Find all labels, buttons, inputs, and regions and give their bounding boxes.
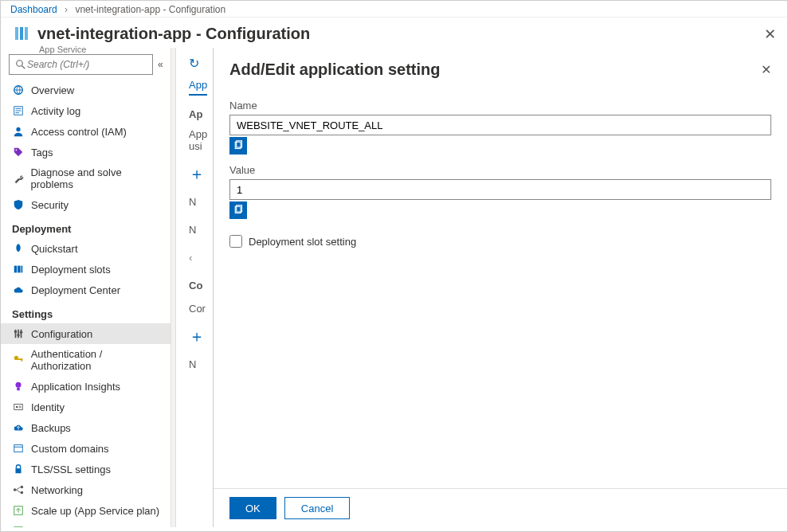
wrench-icon — [12, 172, 24, 185]
insights-icon — [12, 380, 25, 393]
sidebar-item-access-control-iam[interactable]: Access control (IAM) — [1, 121, 171, 142]
sidebar-item-scale-up-app-service-plan[interactable]: Scale up (App Service plan) — [1, 500, 171, 521]
svg-rect-14 — [22, 266, 23, 273]
svg-rect-2 — [25, 27, 28, 40]
sidebar-item-label: Access control (IAM) — [31, 126, 127, 138]
sidebar-item-deployment-center[interactable]: Deployment Center — [1, 280, 171, 300]
copy-name-button[interactable] — [229, 137, 247, 155]
scaleup-icon — [12, 504, 25, 517]
globe-icon — [12, 84, 25, 96]
sidebar-item-label: Identity — [31, 401, 65, 413]
backup-icon — [12, 421, 25, 434]
sidebar-item-deployment-slots[interactable]: Deployment slots — [1, 259, 171, 280]
setting-name-input[interactable] — [229, 115, 771, 135]
close-panel-icon[interactable]: ✕ — [761, 62, 771, 77]
tab-application-settings[interactable]: App — [189, 79, 207, 96]
ok-button[interactable]: OK — [229, 497, 276, 519]
breadcrumb-separator-icon: › — [65, 4, 68, 15]
sidebar-item-label: Scale up (App Service plan) — [31, 505, 159, 517]
sidebar-item-diagnose-and-solve-problems[interactable]: Diagnose and solve problems — [1, 162, 171, 194]
breadcrumb-current: vnet-integration-app - Configuration — [75, 4, 225, 15]
sidebar-item-label: Deployment Center — [31, 284, 120, 296]
svg-rect-30 — [14, 445, 23, 452]
svg-point-35 — [21, 491, 24, 495]
sidebar-item-networking[interactable]: Networking — [1, 479, 171, 500]
sidebar-item-overview[interactable]: Overview — [1, 80, 171, 100]
add-edit-panel: Add/Edit application setting ✕ Name Valu… — [213, 48, 787, 527]
value-label: Value — [229, 164, 771, 176]
slot-setting-label: Deployment slot setting — [249, 236, 356, 248]
svg-line-4 — [22, 66, 25, 69]
sidebar-item-tags[interactable]: Tags — [1, 142, 171, 162]
svg-rect-32 — [16, 468, 22, 473]
svg-line-36 — [16, 487, 20, 491]
svg-point-34 — [21, 486, 24, 489]
svg-point-24 — [16, 382, 22, 388]
sidebar-item-label: Tags — [31, 147, 53, 158]
section-settings: Settings — [1, 300, 171, 323]
rocket-icon — [12, 242, 25, 255]
sidebar-item-security[interactable]: Security — [1, 194, 171, 215]
domain-icon — [12, 442, 25, 455]
sidebar-item-authentication-authorization[interactable]: Authentication / Authorization — [1, 344, 171, 376]
sidebar-item-application-insights[interactable]: Application Insights — [1, 376, 171, 397]
add-conn-icon[interactable]: ＋ — [189, 326, 211, 347]
sidebar-item-label: Quickstart — [31, 243, 78, 255]
scaleout-icon — [12, 525, 25, 527]
copy-icon — [233, 140, 243, 152]
sidebar-item-backups[interactable]: Backups — [1, 417, 171, 438]
sidebar-item-label: Scale out (App Service plan) — [31, 526, 163, 528]
page-header: vnet-integration-app - Configuration App… — [1, 18, 787, 48]
sidebar-item-label: Security — [31, 199, 69, 211]
page-title: vnet-integration-app - Configuration — [37, 25, 310, 43]
cancel-button[interactable]: Cancel — [284, 497, 350, 519]
sidebar-item-scale-out-app-service-plan[interactable]: Scale out (App Service plan) — [1, 521, 171, 527]
sidebar-item-label: Activity log — [31, 105, 80, 117]
sidebar-item-identity[interactable]: Identity — [1, 397, 171, 417]
sidebar-item-label: Custom domains — [31, 443, 109, 455]
slots-icon — [12, 263, 25, 276]
copy-icon — [233, 205, 243, 217]
sidebar-item-label: Authentication / Authorization — [31, 348, 163, 372]
refresh-icon[interactable]: ↻ — [189, 56, 211, 71]
person-icon — [12, 125, 25, 138]
cloud-icon — [12, 284, 25, 296]
id-icon — [12, 401, 25, 413]
breadcrumb: Dashboard › vnet-integration-app - Confi… — [1, 1, 787, 18]
svg-rect-13 — [18, 266, 21, 273]
svg-rect-23 — [21, 358, 22, 362]
log-icon — [12, 104, 25, 117]
sidebar-item-activity-log[interactable]: Activity log — [1, 100, 171, 121]
sidebar: « OverviewActivity logAccess control (IA… — [1, 48, 171, 527]
close-blade-icon[interactable]: ✕ — [764, 25, 776, 43]
sidebar-item-configuration[interactable]: Configuration — [1, 323, 171, 344]
main-area: ↻ App Ap App usi ＋ N N ‹ Co Cor ＋ N Add/… — [176, 48, 787, 527]
shield-icon — [12, 198, 25, 211]
search-input[interactable] — [27, 59, 147, 70]
svg-line-37 — [16, 490, 20, 493]
section-deployment: Deployment — [1, 215, 171, 238]
app-service-icon — [12, 24, 31, 43]
name-label: Name — [229, 100, 771, 111]
panel-title: Add/Edit application setting — [229, 61, 761, 79]
sidebar-item-label: Overview — [31, 84, 74, 96]
svg-point-11 — [16, 150, 18, 151]
breadcrumb-root[interactable]: Dashboard — [10, 4, 57, 15]
svg-point-10 — [16, 127, 20, 131]
sidebar-item-label: TLS/SSL settings — [31, 464, 111, 475]
svg-rect-12 — [14, 266, 18, 273]
add-setting-icon[interactable]: ＋ — [189, 163, 211, 185]
search-box[interactable] — [9, 54, 153, 75]
svg-point-18 — [14, 331, 18, 334]
svg-point-33 — [14, 488, 17, 491]
svg-point-27 — [16, 406, 18, 409]
slot-setting-checkbox[interactable] — [229, 235, 242, 248]
sidebar-item-label: Diagnose and solve problems — [30, 166, 163, 190]
copy-value-button[interactable] — [229, 201, 247, 219]
svg-rect-1 — [20, 27, 23, 40]
sidebar-item-quickstart[interactable]: Quickstart — [1, 238, 171, 259]
collapse-sidebar-icon[interactable]: « — [158, 59, 163, 70]
sidebar-item-custom-domains[interactable]: Custom domains — [1, 438, 171, 459]
setting-value-input[interactable] — [229, 179, 771, 200]
sidebar-item-tls-ssl-settings[interactable]: TLS/SSL settings — [1, 459, 171, 479]
